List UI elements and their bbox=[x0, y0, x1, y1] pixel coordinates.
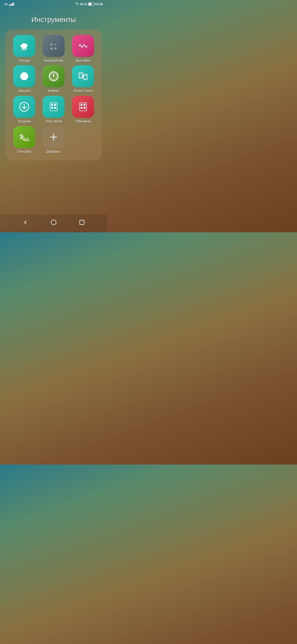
dictaphone-icon-bg bbox=[72, 35, 94, 57]
back-button[interactable] bbox=[21, 218, 30, 227]
tele2-icon-bg bbox=[43, 96, 65, 118]
app-downloads[interactable]: Загрузки bbox=[10, 96, 38, 123]
svg-point-17 bbox=[53, 76, 54, 77]
apps-grid: Погода + − × = Калькулятор Диктофон bbox=[10, 35, 97, 154]
add-label: Добавить bbox=[46, 150, 61, 154]
home-button[interactable] bbox=[49, 218, 58, 227]
app-weather[interactable]: Погода bbox=[10, 35, 38, 62]
svg-point-2 bbox=[20, 45, 24, 48]
tele2-label: Tele2 меню bbox=[45, 119, 62, 123]
recents-button[interactable] bbox=[78, 218, 86, 227]
app-compass[interactable]: Компас bbox=[39, 65, 68, 93]
signal-bar-1 bbox=[9, 5, 10, 6]
sim-label: SIM-меню bbox=[75, 119, 91, 123]
app-sim[interactable]: SIM-меню bbox=[69, 96, 97, 123]
clock: 12:56 bbox=[95, 2, 103, 6]
back-icon bbox=[22, 219, 29, 226]
weather-svg bbox=[18, 40, 30, 52]
mirror-svg bbox=[18, 70, 30, 82]
downloads-icon-bg bbox=[13, 96, 35, 118]
compass-icon-bg bbox=[43, 65, 65, 87]
calculator-svg: + − × = bbox=[48, 40, 60, 52]
home-icon bbox=[50, 219, 57, 226]
svg-rect-29 bbox=[54, 107, 56, 109]
add-icon-bg bbox=[43, 126, 65, 148]
mirror-icon-bg bbox=[13, 65, 35, 87]
alarm-icon bbox=[75, 2, 79, 6]
app-add[interactable]: Добавить bbox=[39, 126, 68, 154]
svg-rect-28 bbox=[51, 107, 53, 109]
signal-bar-3 bbox=[11, 4, 12, 6]
svg-line-6 bbox=[24, 48, 25, 50]
svg-rect-31 bbox=[81, 104, 82, 106]
svg-rect-26 bbox=[51, 104, 53, 106]
network-indicator: 4G bbox=[4, 3, 8, 6]
svg-line-5 bbox=[23, 48, 24, 50]
page-title: Инструменты bbox=[0, 7, 107, 29]
phoneclone-label: Phone Clone bbox=[74, 89, 93, 93]
weather-label: Погода bbox=[19, 59, 30, 62]
app-translator[interactable]: あ a Translator bbox=[10, 126, 38, 154]
sim-svg bbox=[77, 101, 89, 113]
battery-fill bbox=[89, 3, 92, 5]
bottom-navigation bbox=[0, 215, 107, 232]
compass-svg bbox=[48, 70, 60, 82]
svg-point-39 bbox=[51, 220, 56, 225]
svg-rect-27 bbox=[54, 104, 56, 106]
svg-point-12 bbox=[21, 74, 24, 76]
dictaphone-svg bbox=[77, 40, 89, 52]
apps-folder: Погода + − × = Калькулятор Диктофон bbox=[6, 29, 102, 160]
svg-rect-34 bbox=[84, 107, 86, 109]
svg-rect-32 bbox=[84, 104, 86, 106]
mirror-label: Зеркало bbox=[18, 89, 31, 93]
translator-svg: あ a bbox=[18, 131, 30, 143]
signal-bar-4 bbox=[12, 3, 13, 6]
battery-percent: 62 % bbox=[80, 2, 87, 6]
compass-label: Компас bbox=[48, 89, 59, 93]
status-bar: 4G 62 % 12:56 bbox=[0, 0, 107, 7]
signal-bar-5 bbox=[13, 2, 14, 6]
signal-bar-2 bbox=[10, 4, 11, 6]
add-svg bbox=[48, 131, 60, 143]
svg-line-4 bbox=[22, 48, 22, 50]
battery-icon bbox=[88, 2, 94, 6]
app-tele2[interactable]: Tele2 меню bbox=[39, 96, 68, 123]
translator-label: Translator bbox=[17, 150, 32, 154]
calculator-label: Калькулятор bbox=[44, 59, 63, 62]
svg-text:×  =: × = bbox=[50, 46, 57, 51]
app-mirror[interactable]: Зеркало bbox=[10, 65, 38, 93]
status-left: 4G bbox=[4, 2, 14, 6]
svg-line-7 bbox=[26, 48, 26, 50]
app-phoneclone[interactable]: Phone Clone bbox=[69, 65, 97, 93]
sim-icon-bg bbox=[72, 96, 94, 118]
tele2-svg bbox=[48, 101, 60, 113]
dictaphone-label: Диктофон bbox=[76, 59, 91, 62]
downloads-svg bbox=[18, 101, 30, 113]
calculator-icon-bg: + − × = bbox=[43, 35, 65, 57]
downloads-label: Загрузки bbox=[18, 119, 31, 123]
weather-icon-bg bbox=[13, 35, 35, 57]
svg-rect-40 bbox=[80, 220, 84, 225]
phoneclone-icon-bg bbox=[72, 65, 94, 87]
svg-rect-33 bbox=[81, 107, 82, 109]
phoneclone-svg bbox=[77, 70, 89, 82]
app-calculator[interactable]: + − × = Калькулятор bbox=[39, 35, 68, 62]
signal-strength bbox=[9, 2, 14, 6]
translator-icon-bg: あ a bbox=[13, 126, 35, 148]
status-right: 62 % 12:56 bbox=[75, 2, 103, 6]
app-dictaphone[interactable]: Диктофон bbox=[69, 35, 97, 62]
recents-icon bbox=[79, 219, 85, 226]
